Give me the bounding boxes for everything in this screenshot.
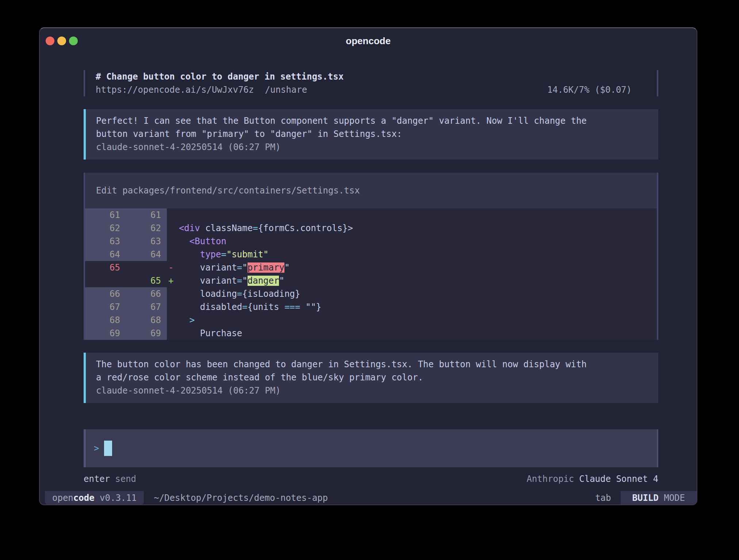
message-meta: claude-sonnet-4-20250514 (06:27 PM) <box>96 384 650 397</box>
session-subheader: https://opencode.ai/s/UwJxv76z /unshare … <box>96 83 646 96</box>
mode-secondary: MODE <box>659 491 685 505</box>
line-number-old: 69 <box>85 327 126 340</box>
diff-view: 61616262 <div className={formCs.controls… <box>85 208 657 340</box>
share-url[interactable]: https://opencode.ai/s/UwJxv76z <box>96 83 254 96</box>
assistant-message: The button color has been changed to dan… <box>84 353 658 403</box>
statusbar: opencode v0.3.11 ~/Desktop/Projects/demo… <box>40 491 697 505</box>
app-version-badge: opencode v0.3.11 <box>45 491 144 505</box>
mode-primary: BUILD <box>632 491 659 505</box>
tab-keybind-hint: tab <box>595 491 611 505</box>
code-line: disabled={units === ""} <box>167 300 657 314</box>
prompt-input[interactable]: > <box>84 429 658 467</box>
diff-row: 6666 loading={isLoading} <box>85 287 657 300</box>
line-number-new: 62 <box>126 222 167 235</box>
code-line: type="submit" <box>167 248 657 261</box>
window-title: opencode <box>346 34 391 47</box>
line-number-old: 64 <box>85 248 126 261</box>
code-line: > <box>167 314 657 327</box>
message-body: Perfect! I can see that the Button compo… <box>96 114 650 141</box>
edit-tool-block: Edit packages/frontend/src/containers/Se… <box>84 173 658 340</box>
diff-row: 6363 <Button <box>85 235 657 248</box>
keybind-action: send <box>115 472 136 486</box>
model-provider: Anthropic <box>527 472 574 486</box>
minimize-button[interactable] <box>57 37 66 45</box>
diff-row: 6868 > <box>85 314 657 327</box>
input-hints: enter send Anthropic Claude Sonnet 4 <box>84 472 658 486</box>
line-number-old: 63 <box>85 235 126 248</box>
line-number-old: 62 <box>85 222 126 235</box>
line-number-new: 63 <box>126 235 167 248</box>
close-button[interactable] <box>46 37 54 45</box>
line-number-old <box>85 274 126 287</box>
code-line: + variant="danger" <box>167 274 657 287</box>
line-number-new: 65 <box>126 274 167 287</box>
app-version: v0.3.11 <box>95 491 137 505</box>
app-name-bold: code <box>73 491 95 505</box>
app-window: opencode # Change button color to danger… <box>39 27 697 505</box>
line-number-old: 68 <box>85 314 126 327</box>
traffic-lights <box>46 28 78 54</box>
working-directory: ~/Desktop/Projects/demo-notes-app <box>154 491 328 505</box>
line-number-new: 67 <box>126 300 167 314</box>
keybind-enter: enter <box>84 472 110 486</box>
message-body: The button color has been changed to dan… <box>96 358 650 384</box>
code-line: loading={isLoading} <box>167 287 657 300</box>
unshare-command[interactable]: /unshare <box>265 83 307 96</box>
message-meta: claude-sonnet-4-20250514 (06:27 PM) <box>96 141 650 154</box>
line-number-new: 68 <box>126 314 167 327</box>
titlebar: opencode <box>40 28 697 54</box>
prompt-symbol: > <box>94 442 99 455</box>
zoom-button[interactable] <box>69 37 78 45</box>
model-name: Claude Sonnet 4 <box>579 472 658 486</box>
session-title: # Change button color to danger in setti… <box>96 70 646 83</box>
diff-row: 6969 Purchase <box>85 327 657 340</box>
line-number-new: 61 <box>126 208 167 222</box>
line-number-old: 66 <box>85 287 126 300</box>
app-name-light: open <box>52 491 73 505</box>
line-number-new: 64 <box>126 248 167 261</box>
diff-row: 65+ variant="danger" <box>85 274 657 287</box>
diff-row: 6767 disabled={units === ""} <box>85 300 657 314</box>
edit-tool-title: Edit packages/frontend/src/containers/Se… <box>85 173 657 208</box>
code-line: - variant="primary" <box>167 261 657 274</box>
assistant-message: Perfect! I can see that the Button compo… <box>84 109 658 160</box>
line-number-new: 69 <box>126 327 167 340</box>
text-cursor <box>104 441 112 456</box>
session-content: # Change button color to danger in setti… <box>84 70 658 486</box>
line-number-old: 67 <box>85 300 126 314</box>
mode-badge[interactable]: BUILD MODE <box>621 491 697 505</box>
diff-row: 6161 <box>85 208 657 222</box>
diff-row: 6464 type="submit" <box>85 248 657 261</box>
line-number-old: 65 <box>85 261 126 274</box>
token-usage: 14.6K/7% ($0.07) <box>547 83 632 96</box>
code-line <box>167 208 657 222</box>
line-number-new: 66 <box>126 287 167 300</box>
code-line: <div className={formCs.controls}> <box>167 222 657 235</box>
diff-row: 65- variant="primary" <box>85 261 657 274</box>
session-header: # Change button color to danger in setti… <box>84 70 658 96</box>
code-line: Purchase <box>167 327 657 340</box>
line-number-new <box>126 261 167 274</box>
diff-row: 6262 <div className={formCs.controls}> <box>85 222 657 235</box>
code-line: <Button <box>167 235 657 248</box>
line-number-old: 61 <box>85 208 126 222</box>
